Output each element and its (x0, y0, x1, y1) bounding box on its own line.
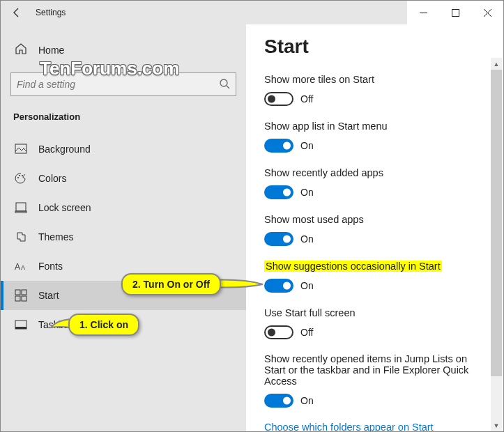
page-title: Start (264, 36, 503, 58)
setting-label: Use Start full screen (264, 307, 356, 318)
toggle-switch[interactable]: Off (264, 325, 503, 339)
taskbar-icon (15, 318, 27, 331)
minimize-button[interactable] (407, 1, 439, 24)
toggle-knob (283, 189, 291, 196)
toggle-track[interactable] (264, 325, 293, 339)
svg-rect-6 (15, 144, 26, 153)
toggle-track[interactable] (264, 185, 293, 199)
svg-rect-14 (15, 290, 20, 295)
svg-rect-11 (15, 211, 26, 213)
sidebar-item-lock-screen[interactable]: Lock screen (1, 193, 246, 222)
setting-row: Show more tiles on StartOff (264, 73, 503, 106)
toggle-switch[interactable]: On (264, 185, 503, 199)
toggle-track[interactable] (264, 279, 293, 293)
nav-label: Fonts (38, 261, 63, 272)
themes-icon (15, 231, 27, 243)
home-label: Home (38, 45, 64, 56)
choose-folders-link[interactable]: Choose which folders appear on Start (264, 422, 503, 431)
setting-label: Show more tiles on Start (264, 74, 374, 85)
section-header: Personalization (1, 96, 246, 134)
setting-row: Use Start full screenOff (264, 307, 503, 339)
title-bar: Settings (1, 1, 503, 24)
setting-row: Show recently added appsOn (264, 167, 503, 199)
svg-line-5 (227, 86, 229, 88)
toggle-switch[interactable]: On (264, 394, 503, 408)
nav-label: Start (38, 290, 59, 301)
svg-text:A: A (15, 262, 20, 272)
nav-label: Lock screen (38, 202, 91, 213)
sidebar-item-themes[interactable]: Themes (1, 222, 246, 252)
svg-rect-17 (22, 296, 26, 301)
home-button[interactable]: Home (1, 37, 246, 63)
search-icon (219, 78, 230, 91)
svg-rect-16 (15, 296, 20, 301)
toggle-switch[interactable]: On (264, 232, 503, 246)
sidebar: Home Personalization Background Colors L… (1, 24, 246, 431)
scrollbar[interactable]: ▲ ▼ (491, 58, 502, 431)
maximize-button[interactable] (439, 1, 471, 24)
minimize-icon (420, 9, 427, 17)
toggle-state: On (300, 233, 314, 245)
home-icon (15, 43, 27, 57)
close-icon (484, 9, 491, 17)
maximize-icon (452, 9, 459, 17)
back-button[interactable] (1, 7, 33, 18)
toggle-state: Off (300, 327, 313, 338)
toggle-knob (283, 236, 291, 243)
setting-label: Show most used apps (264, 214, 364, 225)
setting-label: Show app list in Start menu (264, 121, 388, 132)
svg-rect-1 (452, 9, 459, 16)
svg-text:A: A (21, 264, 25, 271)
setting-row: Show most used appsOn (264, 213, 503, 246)
toggle-knob (283, 397, 291, 405)
toggle-knob (268, 95, 275, 103)
close-button[interactable] (471, 1, 503, 24)
toggle-switch[interactable]: On (264, 279, 503, 293)
sidebar-item-colors[interactable]: Colors (1, 164, 246, 193)
svg-point-8 (19, 175, 20, 176)
svg-point-4 (220, 79, 227, 86)
arrow-left-icon (11, 7, 22, 18)
toggle-state: On (300, 280, 314, 291)
toggle-state: On (300, 140, 314, 151)
fonts-icon: AA (15, 260, 27, 272)
lock-screen-icon (15, 201, 27, 214)
start-icon (15, 289, 27, 302)
sidebar-item-background[interactable]: Background (1, 134, 246, 164)
setting-label: Show recently added apps (264, 167, 383, 178)
svg-point-7 (17, 177, 19, 178)
scroll-up-icon[interactable]: ▲ (491, 58, 502, 70)
scroll-down-icon[interactable]: ▼ (491, 419, 502, 431)
scroll-thumb[interactable] (491, 70, 502, 376)
svg-rect-19 (15, 327, 26, 329)
nav-label: Themes (38, 231, 74, 242)
window-title: Settings (36, 8, 66, 17)
svg-rect-10 (16, 203, 26, 211)
setting-label: Show suggestions occasionally in Start (264, 261, 442, 272)
toggle-switch[interactable]: On (264, 139, 503, 153)
toggle-state: Off (300, 93, 313, 105)
search-input[interactable] (17, 79, 219, 90)
setting-label: Show recently opened items in Jump Lists… (264, 353, 480, 387)
annotation-callout-1: 1. Click on (68, 314, 139, 336)
toggle-track[interactable] (264, 394, 293, 408)
toggle-switch[interactable]: Off (264, 92, 503, 106)
svg-point-9 (22, 175, 23, 176)
annotation-callout-2: 2. Turn On or Off (121, 273, 221, 295)
toggle-state: On (300, 187, 314, 198)
picture-icon (15, 143, 27, 155)
toggle-state: On (300, 395, 314, 406)
search-box[interactable] (10, 72, 236, 96)
svg-rect-15 (22, 290, 26, 295)
palette-icon (15, 172, 27, 185)
toggle-track[interactable] (264, 139, 293, 153)
toggle-knob (268, 329, 275, 337)
toggle-knob (283, 142, 291, 150)
setting-row: Show suggestions occasionally in StartOn (264, 260, 503, 293)
toggle-track[interactable] (264, 232, 293, 246)
nav-label: Background (38, 144, 91, 155)
toggle-track[interactable] (264, 92, 293, 106)
main-content: Start Show more tiles on StartOffShow ap… (246, 24, 503, 431)
setting-row: Show app list in Start menuOn (264, 120, 503, 153)
toggle-knob (283, 282, 291, 290)
